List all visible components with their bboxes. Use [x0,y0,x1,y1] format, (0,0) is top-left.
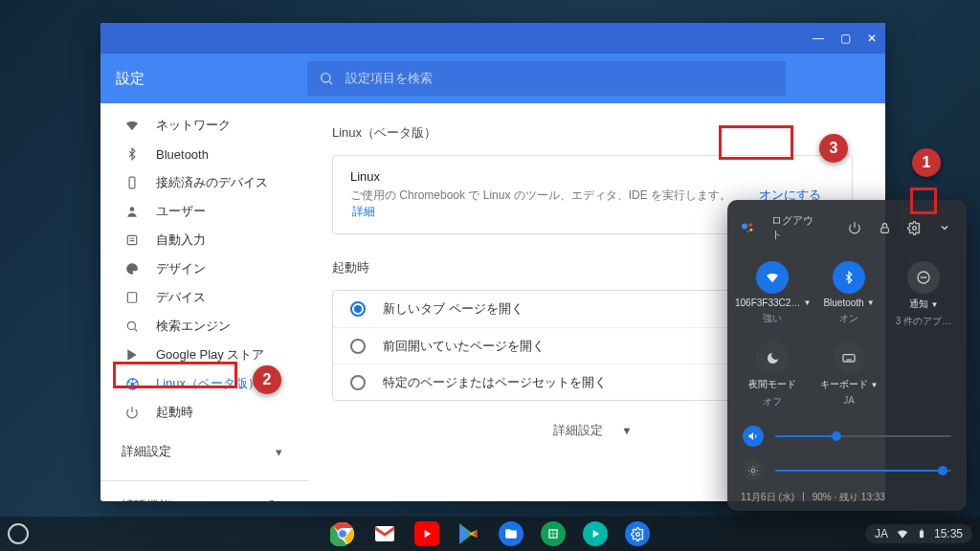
callout-1: 1 [912,148,941,177]
play-store-app-icon[interactable] [457,521,481,546]
launcher-button[interactable] [8,523,29,544]
svg-rect-53 [921,529,923,530]
svg-point-26 [913,226,917,230]
sidebar-item-label: ネットワーク [156,117,231,134]
brightness-slider[interactable] [775,470,951,472]
night-icon [756,342,789,374]
tablet-icon [122,289,143,306]
svg-line-17 [128,382,130,383]
chevron-down-icon[interactable] [932,215,957,240]
sidebar-item-play[interactable]: Google Play ストア [100,341,309,369]
sidebar-advanced-toggle[interactable]: 詳細設定▾ [100,432,309,471]
linux-learn-more-link[interactable]: 詳細 [352,205,375,218]
sidebar-item-user[interactable]: ユーザー [100,197,309,226]
assistant-icon[interactable] [737,217,758,238]
tile-keyboard[interactable]: キーボード ▼JA [812,338,886,412]
tile-sublabel: 強い [763,312,782,325]
sidebar-item-label: デバイス [156,289,206,306]
svg-rect-29 [843,355,855,362]
maximize-button[interactable]: ▢ [837,31,853,46]
battery-status-icon [917,527,926,540]
section-linux-title: Linux（ベータ版） [332,124,853,142]
media-app-icon[interactable] [583,521,608,546]
tile-wifi[interactable]: 106F3F33C2… ▼強い [733,257,812,332]
svg-point-22 [749,229,752,231]
tile-sublabel: オン [839,312,858,325]
sidebar: ネットワークBluetooth接続済みのデバイスユーザー自動入力デザインデバイス… [100,103,309,501]
tile-notifications[interactable]: 通知 ▼3 件のアプ… [886,257,961,332]
tile-label: 夜間モード [748,378,796,391]
settings-app-icon[interactable] [625,521,650,546]
sidebar-extensions[interactable]: 拡張機能 [100,491,309,501]
page-title: 設定 [116,70,307,88]
svg-rect-7 [127,293,136,303]
minimize-button[interactable]: — [811,31,826,46]
sidebar-item-label: Google Play ストア [156,346,264,364]
play-icon [122,346,143,364]
search-placeholder: 設定項目を検索 [345,70,433,87]
linux-card-desc: ご使用の Chromebook で Linux のツール、エディタ、IDE を実… [350,187,746,220]
sidebar-item-phone[interactable]: 接続済みのデバイス [100,168,309,197]
svg-point-51 [635,532,639,536]
settings-header: 設定 設定項目を検索 [100,54,885,103]
linux-card-title: Linux [350,169,746,184]
sheets-app-icon[interactable] [541,521,566,546]
palette-icon [122,260,143,277]
svg-point-21 [748,223,752,227]
tile-sublabel: 3 件のアプ… [896,315,951,328]
search-icon [319,71,334,86]
svg-point-11 [131,383,134,386]
tray-battery: 90% · 残り 13:33 [813,491,885,504]
tile-label: Bluetooth ▼ [823,298,874,308]
sidebar-item-autofill[interactable]: 自動入力 [100,226,309,254]
gmail-app-icon[interactable] [372,521,397,546]
sidebar-item-wifi[interactable]: ネットワーク [100,111,309,140]
tile-label: キーボード ▼ [820,378,879,391]
sidebar-item-label: Linux（ベータ版） [156,375,260,392]
svg-line-9 [135,329,138,332]
tile-label: 106F3F33C2… ▼ [735,298,810,308]
sidebar-item-label: 検索エンジン [156,318,231,335]
sidebar-item-tablet[interactable]: デバイス [100,283,309,312]
lock-icon[interactable] [872,215,897,240]
sidebar-item-power[interactable]: 起動時 [100,398,309,427]
wifi-icon [756,261,789,294]
volume-slider-row[interactable] [743,426,951,447]
svg-rect-25 [880,227,888,231]
volume-slider[interactable] [775,435,951,437]
svg-line-14 [134,385,136,386]
sidebar-item-label: 自動入力 [156,231,206,249]
user-icon [122,203,143,220]
radio-icon [350,301,366,317]
clock: 15:35 [934,527,963,540]
svg-line-38 [756,474,757,474]
search-input[interactable]: 設定項目を検索 [307,61,786,96]
svg-line-1 [329,81,332,84]
youtube-app-icon[interactable] [414,521,439,546]
status-tray[interactable]: JA 15:35 [865,524,972,543]
power-icon[interactable] [842,215,867,240]
settings-gear-icon[interactable] [902,215,927,240]
shelf: JA 15:35 [0,517,980,551]
tile-bluetooth[interactable]: Bluetooth ▼オン [812,257,886,332]
radio-icon [350,339,366,354]
brightness-slider-row[interactable] [743,460,951,481]
sidebar-item-label: デザイン [156,260,206,277]
sidebar-item-label: Bluetooth [156,147,209,162]
tile-label: 通知 ▼ [909,298,939,311]
sidebar-item-palette[interactable]: デザイン [100,254,309,283]
svg-rect-52 [920,531,924,539]
tray-date: 11月6日 (水) [741,491,794,504]
chrome-app-icon[interactable] [330,521,355,546]
close-button[interactable]: ✕ [864,31,880,46]
open-external-icon [261,499,275,501]
svg-line-42 [756,467,757,468]
tile-night[interactable]: 夜間モードオフ [733,338,812,412]
radio-icon [350,375,366,390]
sidebar-item-search[interactable]: 検索エンジン [100,312,309,341]
sidebar-item-label: 起動時 [156,404,193,421]
files-app-icon[interactable] [499,521,523,546]
sidebar-item-bluetooth[interactable]: Bluetooth [100,140,309,168]
logout-button[interactable]: ログアウト [764,209,831,246]
linux-icon [122,375,143,392]
